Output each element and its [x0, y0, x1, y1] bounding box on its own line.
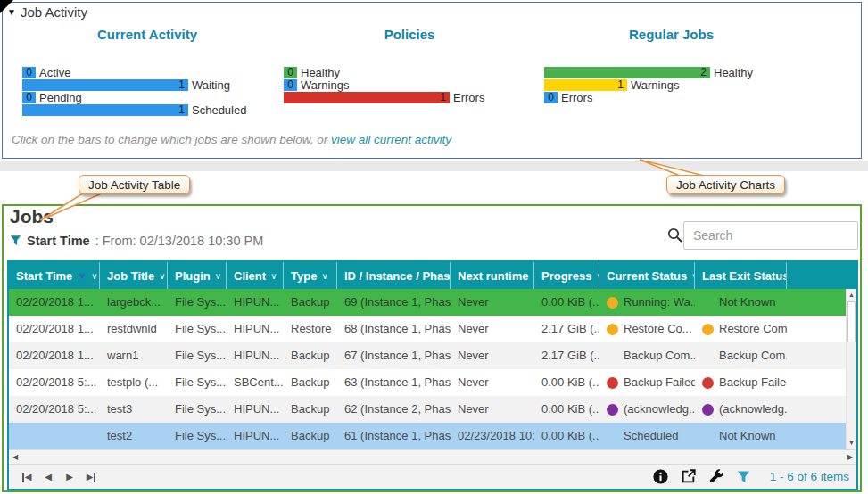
bar-warnings[interactable]: 0 — [284, 79, 297, 91]
status-text: Scheduled — [624, 429, 678, 442]
vertical-scrollbar[interactable]: ▲ ▼ — [846, 289, 856, 449]
column-header-progress[interactable]: Progress∨ — [534, 262, 599, 289]
cell-id-instance-phase: 63 (Instance 1, Phase 1) — [337, 369, 451, 396]
bar-row-scheduled: 1Scheduled — [22, 104, 272, 116]
prev-page-button[interactable]: ◀ — [37, 472, 59, 482]
cell-job-title: testplo (... — [100, 369, 168, 396]
scroll-down-button[interactable]: ▼ — [847, 437, 856, 449]
table-row[interactable]: 02/20/2018 5:...test3File Sys...HIPUN...… — [9, 396, 846, 423]
column-header-job-title[interactable]: Job Title∨ — [100, 262, 168, 289]
bar-healthy[interactable]: 0 — [284, 67, 297, 78]
table-row[interactable]: 02/20/2018 1...restdwnldFile Sys...HIPUN… — [9, 316, 846, 342]
column-menu-chevron-icon[interactable]: ∨ — [215, 271, 221, 281]
column-label: Next runtime — [458, 269, 528, 283]
bar-active[interactable]: 0 — [22, 67, 36, 78]
cell-plugin: File Sys... — [168, 289, 227, 316]
table-row[interactable]: 02/20/2018 1...warn1File Sys...HIPUN...B… — [9, 342, 846, 369]
column-label: Progress — [541, 269, 591, 283]
info-button[interactable] — [653, 469, 668, 484]
last-page-button[interactable]: ▶ — [80, 472, 102, 482]
bar-value: 0 — [287, 67, 293, 78]
column-menu-chevron-icon[interactable]: ∨ — [321, 271, 327, 281]
cell-plugin: File Sys... — [168, 369, 227, 396]
scroll-up-button[interactable]: ▲ — [847, 289, 856, 301]
bar-row-warnings: 1Warnings — [544, 79, 798, 91]
bar-errors[interactable]: 0 — [544, 92, 558, 103]
column-header-client[interactable]: Client∨ — [227, 262, 284, 289]
bar-warnings[interactable]: 1 — [544, 79, 627, 91]
bar-label: Healthy — [301, 67, 340, 78]
cell-last-exit-status: Not Known — [695, 423, 787, 449]
page: ▼ Job Activity Current Activity0Active1W… — [0, 0, 868, 494]
wrench-icon — [708, 469, 724, 484]
callout-label: Job Activity Charts — [676, 178, 775, 192]
bar-value: 0 — [287, 79, 293, 91]
export-button[interactable] — [681, 469, 696, 484]
table-row[interactable]: 02/20/2018 5:...testplo (...File Sys...S… — [9, 369, 846, 396]
filter-toggle-button[interactable] — [737, 470, 750, 484]
cell-plugin: File Sys... — [168, 396, 227, 423]
column-header-type[interactable]: Type∨ — [284, 262, 337, 289]
cell-next-runtime: Never — [451, 369, 534, 396]
bar-value: 1 — [617, 79, 627, 91]
table-row[interactable]: test2File Sys...HIPUN...Backup61 (Instan… — [9, 423, 846, 449]
column-label: Start Time — [16, 269, 72, 283]
scroll-right-button[interactable]: ▶ — [844, 450, 856, 464]
bar-value: 1 — [178, 104, 188, 116]
cell-progress: 0.00 KiB (... — [534, 396, 599, 423]
column-header-next-runtime[interactable]: Next runtime∨ — [451, 262, 534, 289]
scroll-left-button[interactable]: ◀ — [9, 450, 21, 464]
column-menu-chevron-icon[interactable]: ∨ — [270, 271, 277, 281]
chart-group-title: Current Activity — [22, 27, 272, 43]
cell-last-exit-status: (acknowledg... — [695, 396, 787, 423]
status-dot-slot — [702, 397, 719, 423]
column-header-plugin[interactable]: Plugin∨ — [168, 262, 227, 289]
next-page-button[interactable]: ▶ — [59, 472, 80, 482]
filter-icon — [10, 235, 21, 247]
column-menu-chevron-icon[interactable]: ∨ — [159, 271, 165, 281]
cell-progress: 0.00 KiB (... — [534, 423, 599, 449]
cell-start-time: 02/20/2018 1... — [9, 289, 100, 316]
cell-progress: 0.00 KiB (... — [534, 289, 599, 316]
horizontal-scrollbar[interactable]: ◀ ▶ — [9, 449, 856, 464]
cell-id-instance-phase: 68 (Instance 1, Phase 1) — [337, 316, 451, 342]
column-header-filler — [787, 262, 856, 289]
column-menu-chevron-icon[interactable]: ∨ — [91, 271, 97, 281]
column-header-id-instance-phase[interactable]: ID / Instance / Phase∨ — [337, 262, 451, 289]
cell-client: HIPUN... — [227, 423, 284, 449]
bar-errors[interactable]: 1 — [284, 92, 450, 103]
first-page-button[interactable]: ◀ — [16, 472, 37, 482]
bar-row-healthy: 2Healthy — [544, 67, 798, 78]
sort-desc-icon: ▼ — [78, 271, 87, 281]
column-header-current-status[interactable]: Current Status∨ — [599, 262, 695, 289]
bar-value: 0 — [548, 92, 554, 103]
bar-waiting[interactable]: 1 — [22, 79, 188, 91]
bar-scheduled[interactable]: 1 — [22, 104, 188, 116]
view-all-activity-link[interactable]: view all current activity — [331, 133, 451, 146]
tools-button[interactable] — [708, 469, 724, 484]
bar-value: 0 — [26, 92, 32, 103]
column-header-last-exit-status[interactable]: Last Exit Status∨ — [695, 262, 787, 289]
column-header-start-time[interactable]: Start Time▼∨ — [9, 262, 100, 289]
chart-hint: Click on the bars to change which jobs a… — [12, 133, 451, 146]
chart-hint-text: Click on the bars to change which jobs a… — [12, 133, 331, 146]
bar-label: Waiting — [192, 79, 230, 91]
status-text: Running: Wa... — [624, 295, 695, 309]
bar-healthy[interactable]: 2 — [544, 67, 710, 78]
filter-value: : From: 02/13/2018 10:30 PM — [95, 234, 264, 248]
table-row[interactable]: 02/20/2018 1...largebck...File Sys...HIP… — [9, 289, 846, 316]
cell-client: HIPUN... — [227, 342, 284, 369]
status-text: Not Known — [719, 429, 776, 442]
cell-id-instance-phase: 61 (Instance 1, Phase 1) — [337, 423, 451, 449]
column-label: Job Title — [107, 269, 154, 283]
grid-header-row: Start Time▼∨Job Title∨Plugin∨Client∨Type… — [9, 262, 856, 289]
search-input[interactable] — [683, 221, 858, 250]
corner-artifact — [0, 0, 13, 13]
bar-pending[interactable]: 0 — [22, 92, 36, 103]
job-activity-panel-header[interactable]: ▼ Job Activity — [7, 4, 87, 20]
active-filter[interactable]: Start Time: From: 02/13/2018 10:30 PM — [10, 234, 263, 248]
bar-label: Errors — [561, 92, 592, 103]
status-text: Backup Com... — [719, 349, 787, 362]
vertical-scroll-thumb[interactable] — [847, 301, 856, 342]
bar-label: Active — [39, 67, 70, 78]
